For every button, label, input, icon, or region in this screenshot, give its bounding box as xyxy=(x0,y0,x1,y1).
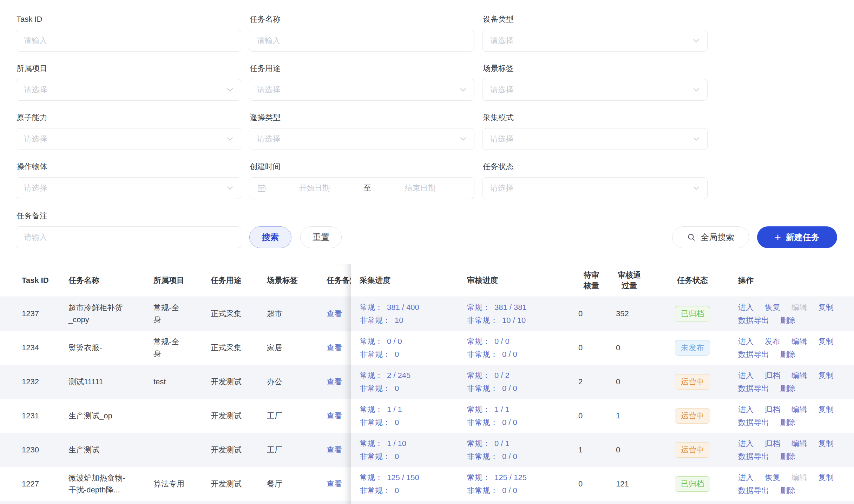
action-link[interactable]: 编辑 xyxy=(791,437,807,450)
action-link[interactable]: 删除 xyxy=(780,382,796,395)
filter-label: 操作物体 xyxy=(17,161,241,172)
start-date-placeholder: 开始日期 xyxy=(268,183,361,193)
view-remark-link[interactable]: 查看 xyxy=(327,343,342,352)
view-remark-link[interactable]: 查看 xyxy=(327,479,342,488)
filter-project-select[interactable]: 请选择 xyxy=(16,79,241,101)
action-link[interactable]: 数据导出 xyxy=(738,416,769,429)
remark-filter-field[interactable] xyxy=(16,226,241,248)
chevron-down-icon xyxy=(227,88,233,92)
search-button[interactable]: 搜索 xyxy=(249,226,291,248)
cell-status: 已归档 xyxy=(650,476,735,492)
action-link[interactable]: 删除 xyxy=(780,348,796,361)
global-search-button[interactable]: 全局搜索 xyxy=(672,226,749,248)
action-link[interactable]: 进入 xyxy=(738,301,754,314)
remark-input[interactable] xyxy=(24,233,233,242)
action-link[interactable]: 恢复 xyxy=(765,301,780,314)
action-link[interactable]: 归档 xyxy=(765,437,780,450)
action-link[interactable]: 复制 xyxy=(818,403,834,416)
filter-field: 场景标签 请选择 xyxy=(482,52,708,101)
cell-task-id: 1230 xyxy=(22,445,68,455)
cell-purpose: 正式采集 xyxy=(211,309,267,319)
filter-device-type-select[interactable]: 请选择 xyxy=(482,30,708,52)
cell-review-progress: 常规：0 / 0 非常规：0 / 0 xyxy=(459,335,574,361)
cell-remark: 查看 xyxy=(327,309,351,319)
action-link[interactable]: 复制 xyxy=(818,471,834,484)
action-link[interactable]: 发布 xyxy=(765,335,780,348)
action-link[interactable]: 进入 xyxy=(738,403,754,416)
action-link[interactable]: 复制 xyxy=(818,369,834,382)
filter-label: 设备类型 xyxy=(483,14,708,25)
action-link[interactable]: 进入 xyxy=(738,369,754,382)
search-icon xyxy=(687,233,696,242)
filter-task-name-input[interactable] xyxy=(249,30,474,52)
action-link[interactable]: 数据导出 xyxy=(738,382,769,395)
filter-footer: 搜索 重置 全局搜索 + 新建任务 xyxy=(16,226,837,248)
view-remark-link[interactable]: 查看 xyxy=(327,377,342,386)
action-link[interactable]: 进入 xyxy=(738,335,754,348)
cell-collect-progress: 常规：125 / 150 非常规：0 xyxy=(351,471,459,497)
action-link[interactable]: 复制 xyxy=(818,437,834,450)
view-remark-link[interactable]: 查看 xyxy=(327,445,342,454)
view-remark-link[interactable]: 查看 xyxy=(327,411,342,420)
action-link[interactable]: 复制 xyxy=(818,335,834,348)
action-link[interactable]: 编辑 xyxy=(791,369,807,382)
filter-grid: Task ID 任务名称 设备类型 请选择 所属项目 请选择 任务用途 请选择 … xyxy=(0,0,854,199)
cell-review-progress: 常规：0 / 2 非常规：0 / 0 xyxy=(459,369,574,395)
create-task-button[interactable]: + 新建任务 xyxy=(757,226,837,248)
action-link[interactable]: 编辑 xyxy=(791,403,807,416)
action-link[interactable]: 编辑 xyxy=(791,335,807,348)
action-link[interactable]: 删除 xyxy=(780,484,796,497)
col-header-project: 所属项目 xyxy=(153,275,211,286)
view-remark-link[interactable]: 查看 xyxy=(327,309,342,318)
cell-project: 算法专用 xyxy=(153,478,211,490)
select-placeholder: 请选择 xyxy=(490,134,693,144)
filter-task-purpose-select[interactable]: 请选择 xyxy=(249,79,474,101)
filter-teleop-type-select[interactable]: 请选择 xyxy=(249,128,474,150)
filter-task-id-input[interactable] xyxy=(16,30,241,52)
cell-review-progress: 常规：1 / 1 非常规：0 / 0 xyxy=(459,403,574,429)
action-link[interactable]: 进入 xyxy=(738,471,754,484)
reset-button[interactable]: 重置 xyxy=(300,226,342,248)
cell-actions: 进入归档编辑复制数据导出删除 xyxy=(735,403,854,429)
task-id-field[interactable] xyxy=(24,36,233,45)
action-link[interactable]: 删除 xyxy=(780,416,796,429)
action-link[interactable]: 数据导出 xyxy=(738,348,769,361)
cell-pending-count: 0 xyxy=(574,479,608,489)
cell-task-name: 生产测试 xyxy=(68,444,153,456)
action-link[interactable]: 进入 xyxy=(738,437,754,450)
action-link[interactable]: 数据导出 xyxy=(738,484,769,497)
cell-pending-count: 0 xyxy=(574,309,608,318)
action-link[interactable]: 删除 xyxy=(780,314,796,327)
create-task-label: 新建任务 xyxy=(786,232,820,243)
action-link[interactable]: 归档 xyxy=(765,369,780,382)
cell-remark: 查看 xyxy=(327,411,351,421)
filter-operated-object-select[interactable]: 请选择 xyxy=(16,177,241,199)
cell-collect-progress: 常规：381 / 400 非常规：10 xyxy=(351,301,459,327)
task-name-field[interactable] xyxy=(257,36,466,45)
action-link[interactable]: 复制 xyxy=(818,301,834,314)
col-header-passed: 审核通过量 xyxy=(608,270,650,291)
table-row: 1237 超市冷鲜柜补货_copy 常规-全身 正式采集 超市 查看 常规：38… xyxy=(0,297,854,331)
filter-label: 所属项目 xyxy=(17,63,241,74)
chevron-down-icon xyxy=(693,137,699,141)
filter-create-time-picker[interactable]: 开始日期至结束日期 xyxy=(249,177,474,199)
cell-actions: 进入恢复编辑复制数据导出删除 xyxy=(735,301,854,327)
action-link[interactable]: 归档 xyxy=(765,403,780,416)
table-row: 1231 生产测试_op 开发测试 工厂 查看 常规：1 / 1 非常规：0 常… xyxy=(0,399,854,433)
filter-label: 遥操类型 xyxy=(250,112,474,123)
filter-collect-mode-select[interactable]: 请选择 xyxy=(482,128,708,150)
chevron-down-icon xyxy=(227,186,233,190)
action-link[interactable]: 删除 xyxy=(780,450,796,463)
action-link[interactable]: 数据导出 xyxy=(738,314,769,327)
filter-label: 场景标签 xyxy=(483,63,708,74)
filter-task-status-select[interactable]: 请选择 xyxy=(482,177,708,199)
filter-scene-tag-select[interactable]: 请选择 xyxy=(482,79,708,101)
table-row: 1232 测试11111 test 开发测试 办公 查看 常规：2 / 245 … xyxy=(0,365,854,399)
action-link[interactable]: 数据导出 xyxy=(738,450,769,463)
filter-label: Task ID xyxy=(17,14,241,25)
cell-task-id: 1234 xyxy=(22,343,68,352)
action-link[interactable]: 恢复 xyxy=(765,471,780,484)
filter-label: 任务名称 xyxy=(250,14,474,25)
action-link: 编辑 xyxy=(791,471,807,484)
filter-atomic-ability-select[interactable]: 请选择 xyxy=(16,128,241,150)
